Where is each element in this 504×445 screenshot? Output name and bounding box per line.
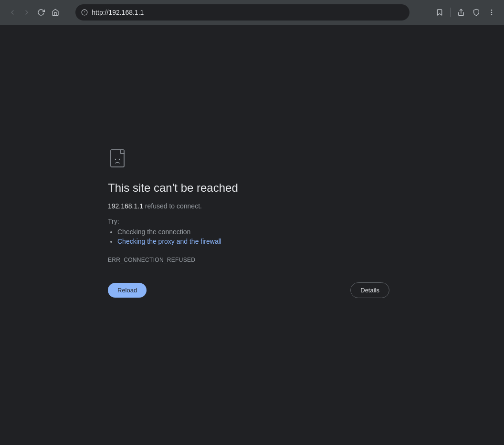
error-subtitle: 192.168.1.1 refused to connect. — [108, 202, 202, 210]
page-content: This site can't be reached 192.168.1.1 r… — [0, 25, 504, 445]
toolbar-right — [433, 6, 498, 19]
svg-point-4 — [491, 10, 492, 10]
try-label: Try: — [108, 217, 119, 225]
button-row: Reload Details — [108, 282, 389, 298]
error-code: ERR_CONNECTION_REFUSED — [108, 257, 195, 263]
security-icon — [81, 9, 88, 16]
proxy-firewall-link[interactable]: Checking the proxy and the firewall — [117, 238, 221, 245]
list-item: Checking the proxy and the firewall — [117, 238, 221, 245]
back-button[interactable] — [6, 6, 19, 19]
error-container: This site can't be reached 192.168.1.1 r… — [108, 149, 389, 298]
brave-shield-button[interactable] — [470, 6, 483, 19]
nav-buttons — [6, 6, 62, 19]
list-item: Checking the connection — [117, 228, 221, 236]
details-button[interactable]: Details — [350, 282, 389, 298]
reload-page-button[interactable]: Reload — [108, 283, 147, 298]
svg-point-11 — [119, 159, 120, 160]
toolbar-divider — [450, 8, 451, 17]
error-subtitle-text: refused to connect. — [143, 202, 202, 210]
reload-button[interactable] — [34, 6, 48, 19]
svg-point-5 — [491, 12, 492, 12]
error-icon — [108, 149, 129, 170]
error-title: This site can't be reached — [108, 181, 238, 195]
svg-rect-7 — [111, 150, 124, 167]
svg-point-10 — [115, 159, 116, 160]
svg-point-6 — [491, 14, 492, 15]
address-bar[interactable] — [75, 4, 410, 21]
error-host: 192.168.1.1 — [108, 202, 143, 210]
browser-toolbar — [0, 0, 504, 25]
url-input[interactable] — [92, 9, 404, 16]
bookmark-button[interactable] — [433, 6, 446, 19]
forward-button[interactable] — [20, 6, 33, 19]
home-button[interactable] — [49, 6, 62, 19]
menu-button[interactable] — [485, 6, 498, 19]
share-button[interactable] — [454, 6, 468, 19]
suggestions-list: Checking the connection Checking the pro… — [108, 228, 221, 247]
suggestion-text-1: Checking the connection — [117, 228, 190, 236]
